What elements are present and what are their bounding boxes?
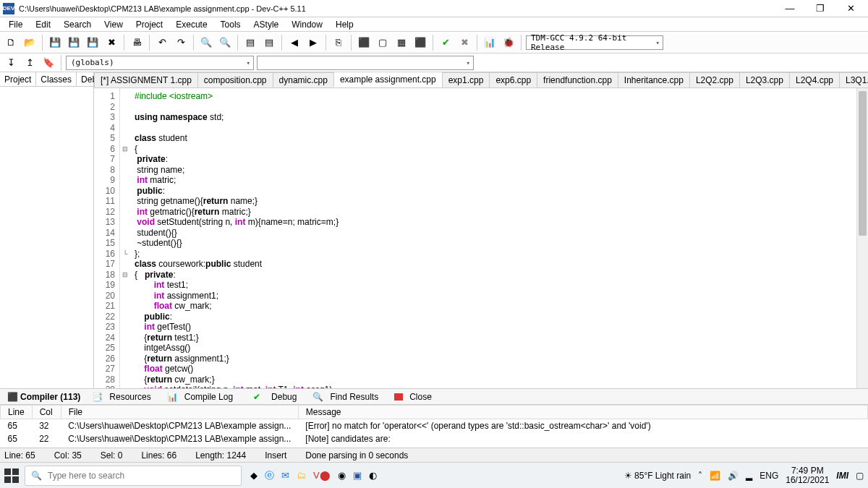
status-mode: Insert bbox=[265, 450, 286, 461]
app-chrome-icon[interactable]: ◉ bbox=[338, 470, 346, 481]
profile-icon[interactable]: 📊 bbox=[482, 35, 498, 51]
notifications-icon[interactable]: ▢ bbox=[856, 471, 864, 481]
compile-icon[interactable]: ⬛ bbox=[356, 35, 372, 51]
app-devcpp-icon[interactable]: ▣ bbox=[353, 470, 362, 481]
language-indicator[interactable]: ENG bbox=[760, 471, 778, 481]
tab-resources[interactable]: 📑 Resources bbox=[88, 389, 159, 405]
wifi-icon[interactable]: 📶 bbox=[710, 471, 720, 481]
replace-icon[interactable]: 🔍 bbox=[217, 35, 233, 51]
weather-widget[interactable]: ☀ 85°F Light rain bbox=[624, 471, 692, 481]
app-pdf-icon[interactable]: V⬤ bbox=[313, 470, 331, 481]
filetab[interactable]: exp1.cpp bbox=[442, 72, 490, 87]
close-button[interactable]: ✕ bbox=[841, 3, 861, 14]
debug-toolbar-icon[interactable]: 🐞 bbox=[501, 35, 516, 51]
search-icon: 🔍 bbox=[31, 471, 42, 481]
app-store-icon[interactable]: ◆ bbox=[250, 470, 258, 481]
sidetab-classes[interactable]: Classes bbox=[36, 72, 77, 86]
menu-file[interactable]: File bbox=[3, 18, 28, 31]
saveall-icon[interactable]: 💾 bbox=[66, 35, 82, 51]
new-icon[interactable]: 🗋 bbox=[3, 35, 19, 51]
code-editor[interactable]: 1234567891011121314151617181920212223242… bbox=[94, 88, 868, 388]
filetab[interactable]: [*] ASSIGNMENT 1.cpp bbox=[94, 72, 198, 87]
nav-back-icon[interactable]: ◀ bbox=[286, 35, 302, 51]
filetab[interactable]: L3Q1.cpp bbox=[839, 72, 868, 87]
side-panel: ProjectClassesDebug bbox=[0, 72, 94, 388]
error-row[interactable]: 6532C:\Users\huawei\Desktop\CPM213 LAB\e… bbox=[1, 419, 868, 433]
tab-compilelog[interactable]: 📊 Compile Log bbox=[163, 389, 242, 405]
app-explorer-icon[interactable]: 🗂 bbox=[297, 470, 306, 481]
tab-compiler[interactable]: ⬛ Compiler (113) bbox=[3, 390, 85, 403]
vertical-scrollbar[interactable] bbox=[856, 88, 868, 388]
menu-execute[interactable]: Execute bbox=[170, 18, 213, 31]
reformat2-icon[interactable]: ▤ bbox=[261, 35, 277, 51]
filetab[interactable]: L2Q4.cpp bbox=[789, 72, 840, 87]
filetab[interactable]: friendfunction.cpp bbox=[537, 72, 618, 87]
check-icon[interactable]: ✔ bbox=[438, 35, 454, 51]
rebuild-icon[interactable]: ⬛ bbox=[412, 35, 428, 51]
filetab[interactable]: L2Q2.cpp bbox=[689, 72, 740, 87]
close-file-icon[interactable]: ✖ bbox=[103, 35, 119, 51]
redo-icon[interactable]: ↷ bbox=[173, 35, 189, 51]
maximize-button[interactable]: ❐ bbox=[810, 3, 830, 14]
nav-fwd-icon[interactable]: ▶ bbox=[305, 35, 321, 51]
compile-run-icon[interactable]: ▦ bbox=[393, 35, 409, 51]
chevron-up-icon[interactable]: ˄ bbox=[698, 471, 702, 481]
clock[interactable]: 7:49 PM 16/12/2021 bbox=[786, 466, 829, 485]
col-col[interactable]: Col bbox=[32, 406, 61, 419]
member-select[interactable] bbox=[257, 56, 474, 70]
bookmark-icon[interactable]: 🔖 bbox=[41, 55, 56, 71]
menu-tools[interactable]: Tools bbox=[215, 18, 247, 31]
menu-edit[interactable]: Edit bbox=[30, 18, 56, 31]
col-file[interactable]: File bbox=[61, 406, 298, 419]
start-button[interactable] bbox=[4, 468, 19, 483]
goto-decl-icon[interactable]: ↥ bbox=[22, 55, 38, 71]
status-parse: Done parsing in 0 seconds bbox=[305, 450, 408, 461]
error-list[interactable]: Line Col File Message 6532C:\Users\huawe… bbox=[0, 405, 868, 448]
run-icon[interactable]: ▢ bbox=[375, 35, 391, 51]
col-line[interactable]: Line bbox=[1, 406, 33, 419]
tab-close[interactable]: Close bbox=[390, 389, 441, 405]
filetab[interactable]: example assignment.cpp bbox=[333, 72, 443, 87]
compiler-select[interactable]: TDM-GCC 4.9.2 64-bit Release bbox=[526, 35, 663, 50]
col-message[interactable]: Message bbox=[298, 406, 867, 419]
scope-select[interactable]: (globals) bbox=[66, 56, 254, 70]
filetab[interactable]: Inheritance.cpp bbox=[618, 72, 690, 87]
scrollbar-thumb[interactable] bbox=[859, 91, 867, 236]
reformat-icon[interactable]: ▤ bbox=[242, 35, 258, 51]
goto-func-icon[interactable]: ↧ bbox=[3, 55, 19, 71]
minimize-button[interactable]: — bbox=[780, 3, 800, 14]
taskbar-search[interactable]: 🔍 Type here to search bbox=[25, 466, 242, 486]
open-icon[interactable]: 📂 bbox=[22, 35, 38, 51]
print-icon[interactable]: 🖶 bbox=[129, 35, 145, 51]
menu-astyle[interactable]: AStyle bbox=[248, 18, 285, 31]
save-icon[interactable]: 💾 bbox=[47, 35, 63, 51]
undo-icon[interactable]: ↶ bbox=[154, 35, 170, 51]
menu-window[interactable]: Window bbox=[286, 18, 328, 31]
ime-icon[interactable]: IMI bbox=[836, 471, 848, 481]
filetab[interactable]: composition.cpp bbox=[197, 72, 273, 87]
tab-find[interactable]: 🔍 Find Results bbox=[308, 389, 387, 405]
menu-help[interactable]: Help bbox=[330, 18, 359, 31]
abort-icon[interactable]: ✖ bbox=[456, 35, 472, 51]
saveas-icon[interactable]: 💾 bbox=[85, 35, 101, 51]
filetab[interactable]: dynamic.cpp bbox=[273, 72, 334, 87]
menu-search[interactable]: Search bbox=[58, 18, 97, 31]
taskbar: 🔍 Type here to search ◆ ⓔ ✉ 🗂 V⬤ ◉ ▣ ◐ ☀… bbox=[0, 462, 868, 488]
filetab[interactable]: L2Q3.cpp bbox=[739, 72, 790, 87]
app-other-icon[interactable]: ◐ bbox=[369, 470, 377, 481]
sidetab-project[interactable]: Project bbox=[0, 72, 36, 86]
code-content[interactable]: #include <iostream>using namespace std;c… bbox=[130, 88, 868, 388]
volume-icon[interactable]: 🔊 bbox=[728, 471, 739, 481]
goto-icon[interactable]: ⎘ bbox=[331, 35, 346, 51]
find-icon[interactable]: 🔍 bbox=[198, 35, 214, 51]
app-mail-icon[interactable]: ✉ bbox=[281, 470, 289, 481]
titlebar: DEV C:\Users\huawei\Desktop\CPM213 LAB\e… bbox=[0, 0, 868, 17]
app-edge-icon[interactable]: ⓔ bbox=[265, 469, 274, 482]
menu-view[interactable]: View bbox=[98, 18, 129, 31]
battery-icon[interactable]: ▂ bbox=[746, 471, 752, 481]
menu-project[interactable]: Project bbox=[130, 18, 169, 31]
fold-column[interactable]: ⊟└⊟⊟ bbox=[120, 88, 130, 388]
tab-debug[interactable]: ✔ Debug bbox=[244, 389, 305, 405]
filetab[interactable]: exp6.cpp bbox=[489, 72, 537, 87]
error-row[interactable]: 6522C:\Users\huawei\Desktop\CPM213 LAB\e… bbox=[1, 432, 868, 445]
